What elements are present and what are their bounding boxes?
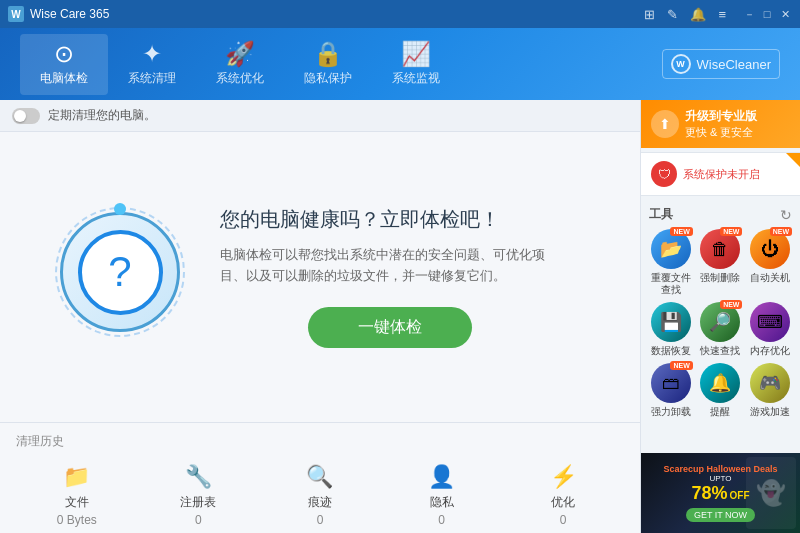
tool-game-boost[interactable]: 🎮 游戏加速 — [748, 363, 792, 418]
game-boost-icon: 🎮 — [750, 363, 790, 403]
privacy-icon: 🔒 — [313, 42, 343, 66]
edit-icon[interactable]: ✎ — [667, 7, 678, 22]
optimize-hist-icon: ⚡ — [550, 464, 577, 490]
history-item-privacy[interactable]: 👤 隐私 0 — [381, 458, 503, 533]
content-right: 您的电脑健康吗？立即体检吧！ 电脑体检可以帮您找出系统中潜在的安全问题、可优化项… — [220, 206, 560, 348]
data-recover-icon: 💾 — [651, 302, 691, 342]
right-sidebar: ⬆ 升级到专业版 更快 & 更安全 🛡 系统保护未开启 工具 ↻ 📂 — [640, 100, 800, 533]
nav-label-privacy: 隐私保护 — [304, 70, 352, 87]
new-badge: NEW — [770, 227, 792, 236]
nav-label-optimize: 系统优化 — [216, 70, 264, 87]
reminder-icon: 🔔 — [700, 363, 740, 403]
data-recover-label: 数据恢复 — [651, 345, 691, 357]
new-badge: NEW — [670, 361, 692, 370]
tools-header: 工具 ↻ — [649, 206, 792, 223]
trace-icon: 🔍 — [306, 464, 333, 490]
one-click-check-button[interactable]: 一键体检 — [308, 307, 472, 348]
menu-icon[interactable]: ≡ — [718, 7, 726, 22]
tool-quick-search[interactable]: 🔎 NEW 快速查找 — [699, 302, 743, 357]
app-icon: W — [8, 6, 24, 22]
maximize-button[interactable]: □ — [760, 7, 774, 21]
file-value: 0 Bytes — [57, 513, 97, 527]
ad-off: OFF — [730, 490, 750, 501]
tool-force-uninstall[interactable]: 🗃 NEW 强力卸载 — [649, 363, 693, 418]
tools-title: 工具 — [649, 206, 673, 223]
ad-banner[interactable]: Scarecup Halloween Deals UPTO 78% OFF GE… — [641, 453, 800, 533]
game-boost-label: 游戏加速 — [750, 406, 790, 418]
history-item-optimize[interactable]: ⚡ 优化 0 — [502, 458, 624, 533]
nav-item-optimize[interactable]: 🚀 系统优化 — [196, 34, 284, 95]
upgrade-banner[interactable]: ⬆ 升级到专业版 更快 & 更安全 — [641, 100, 800, 148]
ad-upto: UPTO — [663, 474, 777, 483]
close-button[interactable]: ✕ — [778, 7, 792, 21]
toggle-knob — [14, 110, 26, 122]
window-controls: － □ ✕ — [742, 7, 792, 21]
optimize-hist-label: 优化 — [551, 494, 575, 511]
force-delete-icon: 🗑 NEW — [700, 229, 740, 269]
force-delete-label: 强制删除 — [700, 272, 740, 284]
schedule-bar: 定期清理您的电脑。 — [0, 100, 640, 132]
nav-label-clean: 系统清理 — [128, 70, 176, 87]
schedule-toggle[interactable] — [12, 108, 40, 124]
main-description: 电脑体检可以帮您找出系统中潜在的安全问题、可优化项目、以及可以删除的垃圾文件，并… — [220, 245, 560, 287]
circle-outer: ? — [60, 212, 180, 332]
protect-text: 系统保护未开启 — [683, 167, 790, 182]
history-item-trace[interactable]: 🔍 痕迹 0 — [259, 458, 381, 533]
app-title: Wise Care 365 — [30, 7, 644, 21]
refresh-icon[interactable]: ↻ — [780, 207, 792, 223]
quick-search-icon: 🔎 NEW — [700, 302, 740, 342]
history-section: 清理历史 📁 文件 0 Bytes 🔧 注册表 0 🔍 痕迹 0 — [0, 422, 640, 533]
history-item-file[interactable]: 📁 文件 0 Bytes — [16, 458, 138, 533]
health-circle: ? — [60, 212, 190, 342]
left-content: 定期清理您的电脑。 ? 您的电脑健康 — [0, 100, 640, 533]
corner-badge — [786, 153, 800, 167]
tool-reminder[interactable]: 🔔 提醒 — [699, 363, 743, 418]
shield-icon: 🛡 — [651, 161, 677, 187]
file-recover-label: 重覆文件查找 — [651, 272, 691, 296]
logo-text: WiseCleaner — [697, 57, 771, 72]
bell-icon[interactable]: 🔔 — [690, 7, 706, 22]
minimize-button[interactable]: － — [742, 7, 756, 21]
ad-percent-row: 78% OFF — [663, 483, 777, 504]
tools-section: 工具 ↻ 📂 NEW 重覆文件查找 🗑 NEW 强制删除 — [641, 200, 800, 453]
trace-value: 0 — [317, 513, 324, 527]
force-uninstall-icon: 🗃 NEW — [651, 363, 691, 403]
auto-shutdown-icon: ⏻ NEW — [750, 229, 790, 269]
new-badge: NEW — [670, 227, 692, 236]
nav-item-checkup[interactable]: ⊙ 电脑体检 — [20, 34, 108, 95]
upgrade-icon: ⬆ — [651, 110, 679, 138]
nav-item-clean[interactable]: ✦ 系统清理 — [108, 34, 196, 95]
tool-file-recover[interactable]: 📂 NEW 重覆文件查找 — [649, 229, 693, 296]
logo-circle: W — [671, 54, 691, 74]
nav-item-monitor[interactable]: 📈 系统监视 — [372, 34, 460, 95]
titlebar: W Wise Care 365 ⊞ ✎ 🔔 ≡ － □ ✕ — [0, 0, 800, 28]
main-layout: 定期清理您的电脑。 ? 您的电脑健康 — [0, 100, 800, 533]
tool-force-delete[interactable]: 🗑 NEW 强制删除 — [699, 229, 743, 296]
file-icon: 📁 — [63, 464, 90, 490]
memory-opt-label: 内存优化 — [750, 345, 790, 357]
nav-item-privacy[interactable]: 🔒 隐私保护 — [284, 34, 372, 95]
tools-grid: 📂 NEW 重覆文件查找 🗑 NEW 强制删除 ⏻ NEW — [649, 229, 792, 418]
ad-cta-button[interactable]: GET IT NOW — [686, 508, 755, 522]
tool-auto-shutdown[interactable]: ⏻ NEW 自动关机 — [748, 229, 792, 296]
file-recover-icon: 📂 NEW — [651, 229, 691, 269]
registry-icon: 🔧 — [185, 464, 212, 490]
nav-items: ⊙ 电脑体检 ✦ 系统清理 🚀 系统优化 🔒 隐私保护 📈 系统监视 — [20, 34, 662, 95]
wisecleaner-logo: W WiseCleaner — [662, 49, 780, 79]
tool-data-recover[interactable]: 💾 数据恢复 — [649, 302, 693, 357]
ad-percent: 78% — [691, 483, 727, 504]
quick-search-label: 快速查找 — [700, 345, 740, 357]
check-area: ? 您的电脑健康吗？立即体检吧！ 电脑体检可以帮您找出系统中潜在的安全问题、可优… — [0, 132, 640, 422]
windows-icon[interactable]: ⊞ — [644, 7, 655, 22]
titlebar-action-icons: ⊞ ✎ 🔔 ≡ — [644, 7, 726, 22]
clean-icon: ✦ — [142, 42, 162, 66]
system-protection-bar[interactable]: 🛡 系统保护未开启 — [641, 152, 800, 196]
navbar: ⊙ 电脑体检 ✦ 系统清理 🚀 系统优化 🔒 隐私保护 📈 系统监视 W Wis… — [0, 28, 800, 100]
history-item-registry[interactable]: 🔧 注册表 0 — [138, 458, 260, 533]
nav-label-monitor: 系统监视 — [392, 70, 440, 87]
schedule-text: 定期清理您的电脑。 — [48, 107, 156, 124]
history-items: 📁 文件 0 Bytes 🔧 注册表 0 🔍 痕迹 0 👤 隐私 — [16, 458, 624, 533]
file-label: 文件 — [65, 494, 89, 511]
tool-memory-opt[interactable]: ⌨ 内存优化 — [748, 302, 792, 357]
upgrade-line2: 更快 & 更安全 — [685, 125, 757, 140]
